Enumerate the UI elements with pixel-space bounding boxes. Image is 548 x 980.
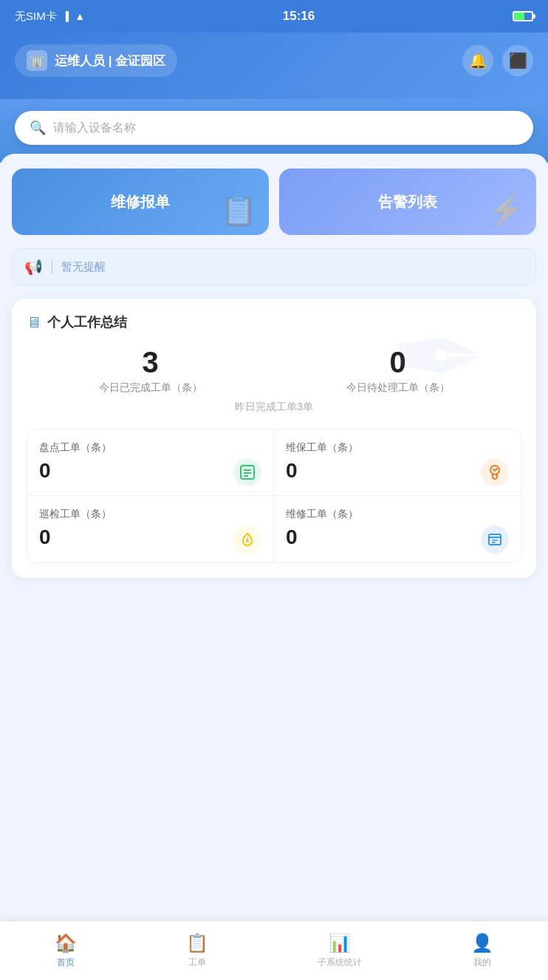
inspection-order-item: 巡检工单（条） 0 bbox=[27, 496, 274, 562]
nav-stats[interactable]: 📊 子系统统计 bbox=[318, 933, 362, 969]
search-input[interactable] bbox=[53, 121, 518, 135]
nav-mine[interactable]: 👤 我的 bbox=[471, 933, 493, 969]
work-order-grid: 盘点工单（条） 0 维保工单（条） 0 bbox=[27, 429, 521, 563]
bottom-nav: 🏠 首页 📋 工单 📊 子系统统计 👤 我的 bbox=[0, 921, 548, 980]
stats-icon: 📊 bbox=[329, 933, 351, 953]
maintenance-order-item: 维保工单（条） 0 bbox=[274, 429, 521, 496]
nav-mine-label: 我的 bbox=[473, 956, 491, 969]
maintenance-order-label: 维保工单（条） bbox=[286, 441, 509, 455]
repair-order-label: 维修工单（条） bbox=[286, 508, 509, 521]
notice-icon: 📢 bbox=[24, 258, 43, 276]
main-content: 维修报单 📋 告警列表 ⚡ 📢 暂无提醒 ✒ 🖥 个人工作总结 3 今日已完成工… bbox=[0, 154, 548, 819]
nav-home[interactable]: 🏠 首页 bbox=[55, 933, 77, 969]
repair-report-button[interactable]: 维修报单 📋 bbox=[12, 169, 269, 235]
status-left: 无SIM卡 ▐ ▲ bbox=[15, 10, 85, 24]
repair-order-item: 维修工单（条） 0 bbox=[274, 496, 521, 562]
status-bar: 无SIM卡 ▐ ▲ 15:16 bbox=[0, 0, 548, 33]
orders-icon: 📋 bbox=[186, 933, 208, 953]
carrier-text: 无SIM卡 bbox=[15, 10, 57, 24]
alert-list-label: 告警列表 bbox=[378, 192, 437, 212]
svg-rect-7 bbox=[489, 534, 501, 545]
svg-point-5 bbox=[246, 540, 249, 542]
user-role: 运维人员 bbox=[55, 54, 105, 68]
nav-stats-label: 子系统统计 bbox=[318, 956, 362, 969]
maintenance-order-count: 0 bbox=[286, 459, 509, 483]
separator: | bbox=[109, 54, 115, 68]
status-right bbox=[513, 11, 533, 21]
inventory-order-label: 盘点工单（条） bbox=[39, 441, 261, 455]
nav-orders-label: 工单 bbox=[188, 956, 206, 969]
inspection-order-label: 巡检工单（条） bbox=[39, 508, 261, 521]
card-decoration: ✒ bbox=[388, 299, 536, 446]
maintenance-order-icon bbox=[481, 458, 509, 486]
header: 🏢 运维人员 | 金证园区 🔔 ⬛ bbox=[0, 33, 548, 99]
repair-order-icon bbox=[481, 525, 509, 554]
bell-icon: 🔔 bbox=[469, 52, 487, 69]
notice-divider bbox=[52, 259, 52, 274]
user-role-location: 运维人员 | 金证园区 bbox=[55, 52, 165, 69]
scan-button[interactable]: ⬛ bbox=[502, 45, 533, 76]
completed-today-number: 3 bbox=[99, 346, 202, 378]
completed-today-label: 今日已完成工单（条） bbox=[99, 381, 202, 395]
user-location: 金证园区 bbox=[115, 54, 165, 68]
header-action-icons: 🔔 ⬛ bbox=[462, 45, 533, 76]
inspection-order-count: 0 bbox=[39, 525, 261, 549]
notification-button[interactable]: 🔔 bbox=[462, 45, 493, 76]
header-row: 🏢 运维人员 | 金证园区 🔔 ⬛ bbox=[15, 44, 533, 77]
building-icon: 🏢 bbox=[27, 50, 47, 71]
battery-icon bbox=[513, 11, 533, 21]
home-icon: 🏠 bbox=[55, 933, 77, 953]
work-summary-card: ✒ 🖥 个人工作总结 3 今日已完成工单（条） 0 今日待处理工单（条） 昨日完… bbox=[12, 299, 536, 578]
alert-icon: ⚡ bbox=[487, 193, 524, 228]
header-user-info[interactable]: 🏢 运维人员 | 金证园区 bbox=[15, 44, 177, 77]
battery-fill bbox=[514, 13, 524, 20]
repair-report-label: 维修报单 bbox=[111, 192, 170, 212]
repair-icon: 📋 bbox=[220, 193, 257, 228]
search-bar[interactable]: 🔍 bbox=[15, 111, 533, 145]
quick-actions: 维修报单 📋 告警列表 ⚡ bbox=[12, 169, 536, 235]
notice-text: 暂无提醒 bbox=[61, 260, 106, 274]
completed-today-stat: 3 今日已完成工单（条） bbox=[99, 346, 202, 395]
status-time: 15:16 bbox=[283, 9, 315, 24]
scan-icon: ⬛ bbox=[509, 52, 527, 69]
monitor-icon: 🖥 bbox=[27, 314, 41, 331]
inventory-order-count: 0 bbox=[39, 459, 261, 483]
card-title: 个人工作总结 bbox=[47, 313, 127, 331]
alert-list-button[interactable]: 告警列表 ⚡ bbox=[279, 169, 536, 235]
search-icon: 🔍 bbox=[30, 120, 46, 136]
nav-orders[interactable]: 📋 工单 bbox=[186, 933, 208, 969]
wifi-icon: ▲ bbox=[75, 10, 85, 22]
inspection-order-icon bbox=[233, 525, 261, 554]
repair-order-count: 0 bbox=[286, 525, 509, 549]
nav-home-label: 首页 bbox=[57, 956, 75, 969]
signal-icon: ▐ bbox=[63, 11, 69, 21]
inventory-order-icon bbox=[233, 458, 261, 486]
notice-bar: 📢 暂无提醒 bbox=[12, 248, 536, 285]
mine-icon: 👤 bbox=[471, 933, 493, 953]
inventory-order-item: 盘点工单（条） 0 bbox=[27, 429, 274, 496]
